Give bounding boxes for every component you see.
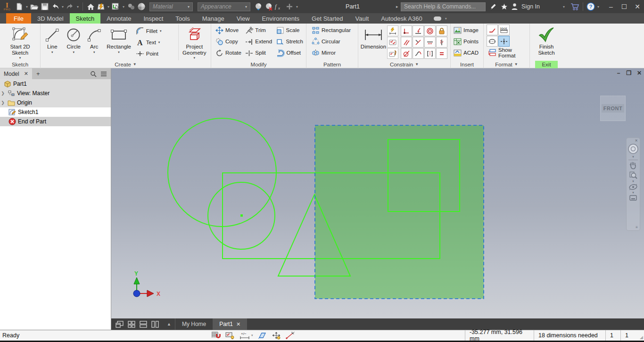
centerline-button[interactable] [498,36,510,47]
tangent-constraint-button[interactable] [401,48,412,59]
cascade-windows-icon[interactable] [116,321,124,328]
degrees-of-freedom-icon[interactable] [285,332,295,340]
browser-tab-model[interactable]: Model ✕ [0,68,32,79]
constraint-settings-button[interactable] [387,48,398,59]
help-caret[interactable]: ▾ [596,5,601,9]
undo-button[interactable] [50,1,60,12]
trim-button[interactable]: Trim [244,24,274,36]
navbar-close-icon[interactable]: ✕ [635,138,640,143]
new-file-button[interactable] [14,1,25,12]
appearance-sphere-icon[interactable] [136,1,147,12]
mirror-button[interactable]: Mirror [310,47,352,58]
material-icon[interactable] [126,1,136,12]
minimize-button[interactable]: – [604,0,618,13]
insert-image-button[interactable]: Image [452,24,480,36]
open-button[interactable] [29,1,40,12]
sketch-only-button[interactable] [487,24,498,35]
sketch-center-point[interactable] [240,214,243,217]
coincident-constraint-button[interactable] [401,25,412,36]
expand-arrow-icon[interactable]: ❯ [0,91,6,96]
tree-item-origin[interactable]: ❯ Origin [0,98,111,107]
show-constraints-button[interactable] [387,37,398,48]
panel-label-create[interactable]: Create▼ [41,60,211,68]
tree-item-sketch1[interactable]: Sketch1 [0,107,111,117]
point-button[interactable]: Point [134,48,177,59]
tab-my-home[interactable]: My Home [175,318,213,330]
tab-environments[interactable]: Environments [256,13,305,24]
look-at-button[interactable] [629,195,637,201]
insert-points-button[interactable]: Points [452,36,480,47]
stretch-button[interactable]: Stretch [275,36,305,47]
copy-button[interactable]: Copy [214,36,244,47]
tab-view[interactable]: View [231,13,256,24]
tree-item-view-master[interactable]: ❯ View: Master [0,89,111,98]
dimension-display-icon[interactable]: +/− ▾ [239,332,253,340]
concentric-constraint-button[interactable] [424,25,436,36]
parameters-fx-icon[interactable]: fx [274,1,284,12]
doc-close-button[interactable]: ✕ [636,70,643,76]
insert-acad-button[interactable]: ACAD [452,47,480,58]
show-format-button[interactable]: Show Format [487,47,528,58]
tab-vault[interactable]: Vault [349,13,375,24]
rectangle-button[interactable]: Rectangle ▾ [104,24,134,60]
panel-label-format[interactable]: Format▼ [484,60,529,68]
save-button[interactable] [40,1,50,12]
browser-tab-close-icon[interactable]: ✕ [24,71,28,77]
center-point-button[interactable] [487,36,498,47]
qat-customize-caret[interactable]: ▾ [295,5,299,9]
home-button[interactable] [85,1,96,12]
tab-autodesk-a360[interactable]: Autodesk A360 [375,13,428,24]
redo-button[interactable] [65,1,75,12]
slice-graphics-icon[interactable] [225,332,235,340]
fix-constraint-button[interactable] [436,25,447,36]
tree-item-part1[interactable]: Part1 [0,79,111,89]
circle-button[interactable]: Circle ▾ [63,24,85,60]
tile-windows-icon[interactable] [128,321,135,328]
finish-sketch-button[interactable]: Finish Sketch [532,24,561,60]
zoom-button[interactable] [629,171,637,179]
navbar-menu-icon[interactable]: ≡ [636,225,640,230]
sign-in-caret[interactable]: ▾ [561,5,566,9]
circular-pattern-button[interactable]: Circular [310,36,352,47]
clear-appearance-icon[interactable] [264,1,274,12]
expand-arrow-icon[interactable]: ❯ [0,100,6,105]
adjust-appearance-icon[interactable] [253,1,264,12]
redo-caret[interactable]: ▾ [75,5,80,9]
undo-caret[interactable]: ▾ [60,5,65,9]
text-button[interactable]: A Text▾ [134,37,177,48]
browser-menu-icon[interactable] [100,71,107,77]
browser-search-icon[interactable] [90,71,97,77]
doc-minimize-button[interactable]: – [615,70,622,76]
resize-grip[interactable]: ◢ [637,330,644,341]
wheel-caret[interactable]: ▾ [632,155,634,159]
tab-3d-model[interactable]: 3D Model [31,13,70,24]
orbit-caret[interactable]: ▾ [632,191,634,195]
add-qat-icon[interactable] [284,1,295,12]
parallel-constraint-button[interactable] [401,37,412,48]
grid-snap-icon[interactable] [211,331,221,340]
close-button[interactable]: ✕ [631,0,644,13]
tree-item-end-of-part[interactable]: End of Part [0,117,111,126]
orbit-button[interactable] [628,183,638,191]
material-dropdown[interactable]: Material▾ [149,2,193,11]
viewcube-front-face[interactable]: FRONT [602,104,624,113]
search-community-icon[interactable] [488,1,499,12]
arc-button[interactable]: Arc ▾ [85,24,104,60]
horizontal-constraint-button[interactable] [424,37,436,48]
help-icon[interactable]: ? [586,1,596,12]
line-button[interactable]: Line ▾ [42,24,63,60]
tab-sketch[interactable]: Sketch [70,13,101,24]
smooth-constraint-button[interactable] [413,48,424,59]
tab-manage[interactable]: Manage [196,13,231,24]
shaded-view-icon[interactable] [258,332,267,340]
tab-inspect[interactable]: Inspect [137,13,169,24]
sign-in-button[interactable]: Sign In [521,3,540,10]
tab-tools[interactable]: Tools [169,13,196,24]
perpendicular-constraint-button[interactable] [413,37,424,48]
viewcube[interactable]: FRONT [600,96,626,121]
panel-label-constrain[interactable]: Constrain▼ [358,60,450,68]
store-cart-icon[interactable] [570,1,580,12]
doc-tab-close-icon[interactable]: ✕ [236,321,240,327]
navigation-wheel-button[interactable] [627,143,639,155]
performance-caret[interactable]: ▾ [106,5,111,9]
